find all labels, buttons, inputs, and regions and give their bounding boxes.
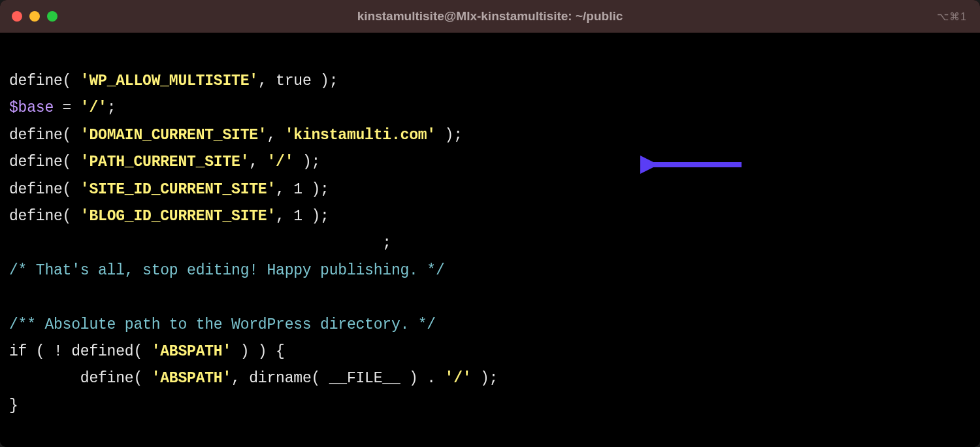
terminal-window: kinstamultisite@MIx-kinstamultisite: ~/p…: [0, 0, 980, 447]
code-line-11: define( 'ABSPATH', dirname( __FILE__ ) .…: [9, 365, 971, 392]
code-line-10: if ( ! defined( 'ABSPATH' ) ) {: [9, 339, 971, 365]
code-line-3: define( 'DOMAIN_CURRENT_SITE', 'kinstamu…: [9, 122, 971, 149]
code-line-5: define( 'SITE_ID_CURRENT_SITE', 1 );: [9, 176, 971, 203]
code-line-4: define( 'PATH_CURRENT_SITE', '/' );: [9, 149, 971, 176]
arrow-annotation-icon: [640, 156, 745, 174]
code-line-12: }: [9, 393, 971, 420]
shortcut-indicator: ⌥⌘1: [937, 10, 967, 23]
code-line-7: ;: [9, 230, 971, 257]
code-line-9: /** Absolute path to the WordPress direc…: [9, 312, 971, 339]
terminal-content[interactable]: define( 'WP_ALLOW_MULTISITE', true ); $b…: [0, 33, 980, 447]
traffic-lights: [12, 11, 57, 22]
code-line-6: define( 'BLOG_ID_CURRENT_SITE', 1 );: [9, 203, 971, 230]
code-line-1: define( 'WP_ALLOW_MULTISITE', true );: [9, 68, 971, 95]
code-line-2: $base = '/';: [9, 95, 971, 122]
titlebar: kinstamultisite@MIx-kinstamultisite: ~/p…: [0, 0, 980, 33]
window-title: kinstamultisite@MIx-kinstamultisite: ~/p…: [357, 9, 623, 24]
maximize-icon[interactable]: [47, 11, 57, 22]
code-line-blank-1: [9, 284, 971, 311]
close-icon[interactable]: [12, 11, 22, 22]
code-line-8: /* That's all, stop editing! Happy publi…: [9, 257, 971, 284]
minimize-icon[interactable]: [29, 11, 40, 22]
